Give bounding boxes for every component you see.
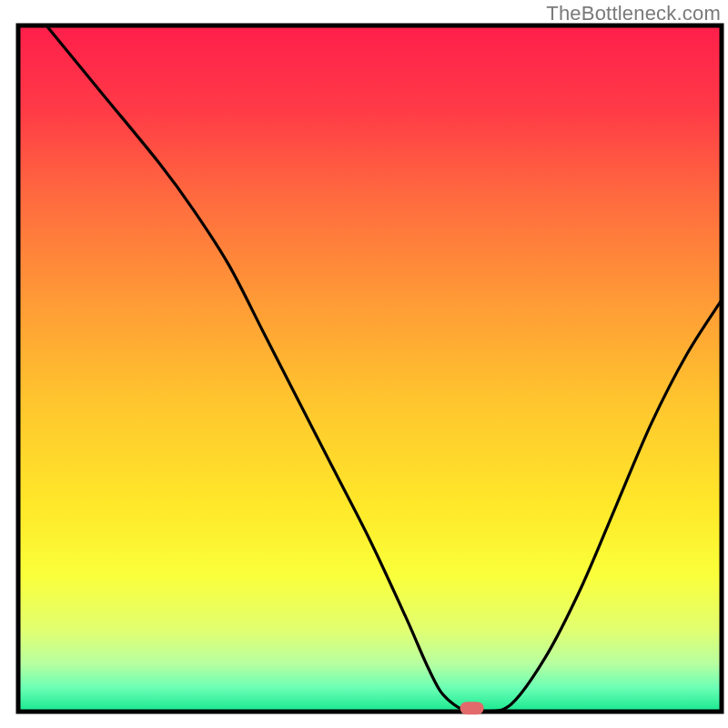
bottleneck-chart <box>0 0 728 728</box>
optimum-marker <box>460 702 484 714</box>
watermark-text: TheBottleneck.com <box>546 2 721 25</box>
gradient-background <box>18 25 722 712</box>
chart-frame: TheBottleneck.com <box>0 0 728 728</box>
